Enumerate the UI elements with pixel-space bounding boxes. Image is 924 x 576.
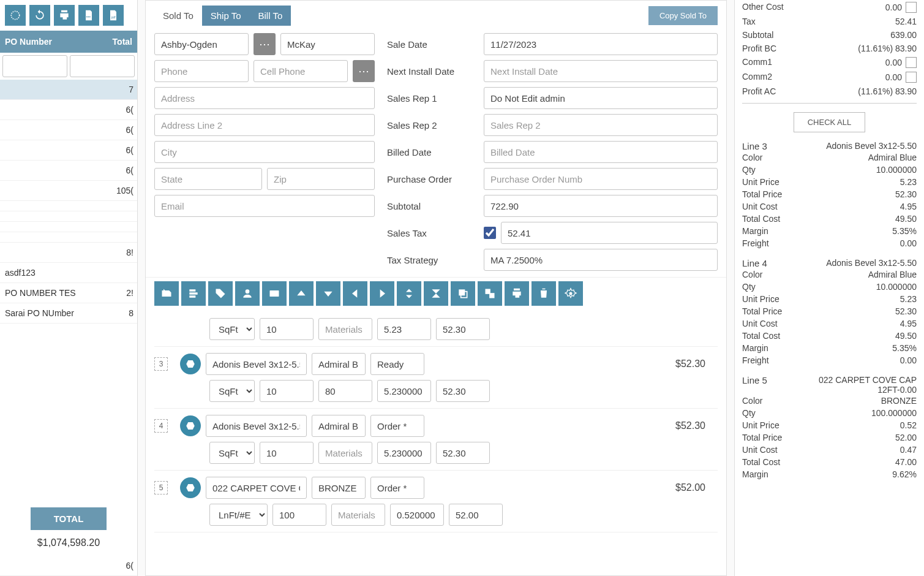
tax-checkbox[interactable]: [484, 227, 496, 239]
tab-sold-to[interactable]: Sold To: [154, 6, 202, 26]
product-field[interactable]: [206, 415, 307, 437]
po-row[interactable]: 8!: [0, 243, 137, 263]
lookup-cell-icon[interactable]: ⋯: [353, 60, 375, 82]
ship-address2-field[interactable]: [154, 114, 375, 136]
ext-price-field[interactable]: [436, 380, 490, 402]
qty-field[interactable]: [260, 318, 314, 340]
po-row[interactable]: 6(: [0, 120, 137, 140]
ship-address-field[interactable]: [154, 87, 375, 109]
ship-city-field[interactable]: [154, 141, 375, 163]
ext-price-field[interactable]: [436, 442, 490, 464]
strategy-field[interactable]: [484, 249, 718, 271]
rep1-field[interactable]: [484, 87, 718, 109]
check-all-button[interactable]: CHECK ALL: [794, 112, 866, 132]
ship-email-field[interactable]: [154, 195, 375, 217]
po-row[interactable]: asdf123: [0, 263, 137, 283]
qty-field[interactable]: [260, 380, 314, 402]
copy-sold-to-button[interactable]: Copy Sold To: [648, 6, 718, 25]
status-field[interactable]: [370, 415, 424, 437]
ship-name2-field[interactable]: [280, 33, 375, 55]
color-field[interactable]: [312, 415, 366, 437]
product-icon[interactable]: [180, 477, 201, 498]
unit-select[interactable]: SqFt: [209, 380, 255, 402]
collapse-icon[interactable]: [424, 281, 448, 306]
qty-field[interactable]: [260, 442, 314, 464]
status-field[interactable]: [370, 477, 424, 499]
po-extra-row[interactable]: 6(: [80, 556, 137, 575]
prev-icon[interactable]: [343, 281, 367, 306]
insert-line-icon[interactable]: [181, 281, 206, 306]
color-field[interactable]: [312, 353, 366, 375]
card-icon[interactable]: [262, 281, 287, 306]
po-row[interactable]: 6(: [0, 161, 137, 181]
materials-field[interactable]: [318, 318, 372, 340]
po-row[interactable]: [0, 232, 137, 243]
add-line-icon[interactable]: [154, 281, 179, 306]
delete-icon[interactable]: [531, 281, 556, 306]
product-field[interactable]: [206, 353, 307, 375]
pdf-icon[interactable]: pdf: [103, 5, 124, 26]
unit-select[interactable]: SqFt: [209, 442, 255, 464]
billed-field[interactable]: [484, 141, 718, 163]
ship-phone-field[interactable]: [154, 60, 249, 82]
product-field[interactable]: [206, 477, 307, 499]
settings-icon[interactable]: [558, 281, 583, 306]
ship-cell-field[interactable]: [254, 60, 348, 82]
po-row[interactable]: Sarai PO NUmber8: [0, 303, 137, 324]
sale-date-field[interactable]: [484, 33, 718, 55]
status-field[interactable]: [370, 353, 424, 375]
ship-name1-field[interactable]: [154, 33, 249, 55]
po-row[interactable]: 6(: [0, 100, 137, 120]
po-field[interactable]: [484, 168, 718, 190]
new-icon[interactable]: [5, 5, 26, 26]
refresh-icon[interactable]: [29, 5, 50, 26]
unit-price-field[interactable]: [377, 442, 431, 464]
sort-icon[interactable]: [397, 281, 421, 306]
unit-price-field[interactable]: [377, 318, 431, 340]
next-icon[interactable]: [370, 281, 394, 306]
print-line-icon[interactable]: [505, 281, 529, 306]
summary-checkbox[interactable]: [906, 57, 917, 68]
po-header-number[interactable]: PO Number: [0, 31, 80, 53]
user-icon[interactable]: [235, 281, 260, 306]
print-icon[interactable]: [54, 5, 75, 26]
po-filter-total[interactable]: [70, 55, 135, 77]
materials-field[interactable]: [318, 442, 372, 464]
materials-field[interactable]: [318, 380, 372, 402]
csv-icon[interactable]: [78, 5, 99, 26]
summary-checkbox[interactable]: [906, 72, 917, 83]
summary-checkbox[interactable]: [906, 2, 917, 13]
copy-icon[interactable]: [451, 281, 475, 306]
tab-bill-to[interactable]: Bill To: [250, 6, 291, 26]
po-filter-number[interactable]: [2, 55, 67, 77]
unit-select[interactable]: LnFt/#E: [209, 504, 268, 526]
tab-ship-to[interactable]: Ship To: [202, 6, 250, 26]
unit-price-field[interactable]: [390, 504, 444, 526]
product-icon[interactable]: [180, 415, 201, 436]
qty-field[interactable]: [272, 504, 326, 526]
po-row[interactable]: 6(: [0, 140, 137, 161]
ext-price-field[interactable]: [436, 318, 490, 340]
po-row[interactable]: [0, 201, 137, 211]
ship-zip-field[interactable]: [267, 168, 375, 190]
product-icon[interactable]: [180, 354, 201, 374]
po-row[interactable]: PO NUMBER TES2!: [0, 283, 137, 303]
po-row[interactable]: 105(: [0, 181, 137, 201]
rep2-field[interactable]: [484, 114, 718, 136]
color-field[interactable]: [312, 477, 366, 499]
next-install-field[interactable]: [484, 60, 718, 82]
move-up-icon[interactable]: [289, 281, 314, 306]
tag-icon[interactable]: [208, 281, 233, 306]
materials-field[interactable]: [331, 504, 385, 526]
duplicate-icon[interactable]: [478, 281, 502, 306]
tax-field[interactable]: [501, 222, 718, 244]
po-row[interactable]: [0, 222, 137, 232]
unit-select[interactable]: SqFt: [209, 318, 255, 340]
po-header-total[interactable]: Total: [80, 31, 137, 53]
subtotal-field[interactable]: [484, 195, 718, 217]
lookup-name-icon[interactable]: ⋯: [254, 33, 276, 55]
po-row[interactable]: 7: [0, 80, 137, 100]
unit-price-field[interactable]: [377, 380, 431, 402]
ship-state-field[interactable]: [154, 168, 262, 190]
po-row[interactable]: [0, 211, 137, 222]
